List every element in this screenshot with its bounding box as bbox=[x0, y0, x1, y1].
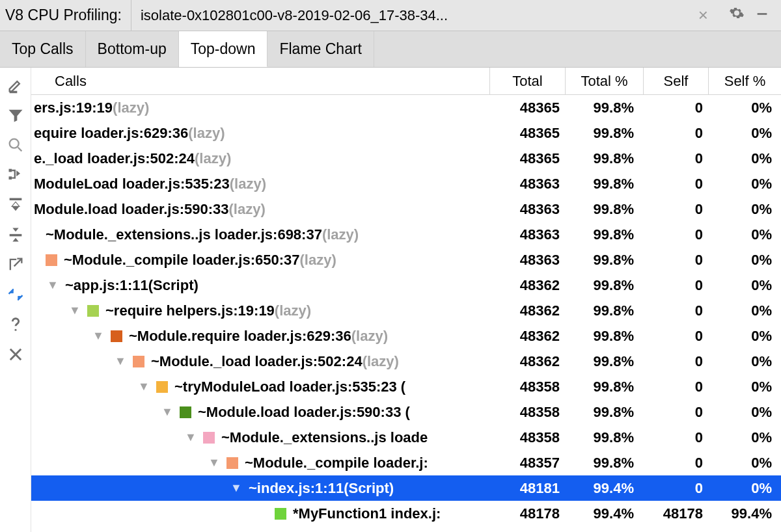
numeric-cell: 99.8% bbox=[565, 201, 643, 218]
numeric-cell: 48363 bbox=[492, 226, 565, 243]
call-label: ers.js:19:19 bbox=[34, 100, 113, 116]
svg-rect-5 bbox=[9, 234, 21, 237]
numeric-cell: 0 bbox=[643, 125, 708, 142]
call-label: ~Module._load loader.js:502:24 bbox=[151, 353, 363, 370]
filter-icon[interactable] bbox=[1, 100, 30, 130]
header-total[interactable]: Total bbox=[489, 68, 565, 94]
color-swatch bbox=[133, 356, 144, 367]
call-label: e._load loader.js:502:24 bbox=[34, 150, 195, 167]
expand-chevron-icon[interactable]: ▼ bbox=[184, 431, 198, 444]
call-cell: ▼~Module._load loader.js:502:24 (lazy) bbox=[31, 353, 492, 370]
table-row[interactable]: e._load loader.js:502:24 (lazy)4836599.8… bbox=[31, 146, 781, 171]
table-row[interactable]: ▼~Module.load loader.js:590:33 (4835899.… bbox=[31, 399, 781, 425]
call-label: ~require helpers.js:19:19 bbox=[105, 302, 275, 319]
numeric-cell: 0 bbox=[643, 480, 708, 497]
edit-icon[interactable] bbox=[1, 70, 30, 100]
expand-chevron-icon[interactable]: ▼ bbox=[46, 278, 60, 292]
call-cell: ▼~index.js:1:11(Script) bbox=[31, 480, 492, 497]
table-row[interactable]: ModuleLoad loader.js:535:23 (lazy)483639… bbox=[31, 171, 781, 196]
numeric-cell: 48363 bbox=[492, 201, 565, 218]
numeric-cell: 0 bbox=[643, 328, 708, 345]
close-tab-icon[interactable]: × bbox=[692, 5, 715, 25]
call-cell: ~Module._compile loader.js:650:37 (lazy) bbox=[31, 252, 492, 269]
numeric-cell: 0 bbox=[643, 100, 708, 116]
expand-chevron-icon[interactable]: ▼ bbox=[91, 329, 105, 343]
expand-chevron-icon[interactable]: ▼ bbox=[68, 304, 82, 317]
table-row[interactable]: ▼~index.js:1:11(Script)4818199.4%00% bbox=[31, 475, 781, 501]
table-row[interactable]: equire loader.js:629:36 (lazy)4836599.8%… bbox=[31, 120, 781, 146]
table-row[interactable]: ▼~Module._compile loader.j:4835799.8%00% bbox=[31, 450, 781, 475]
numeric-cell: 48181 bbox=[492, 480, 565, 497]
svg-rect-3 bbox=[8, 176, 12, 180]
tab-bottom-up[interactable]: Bottom-up bbox=[86, 31, 179, 67]
call-label: ~Module._extensions..js loader.js:698:37 bbox=[46, 226, 322, 243]
numeric-cell: 0% bbox=[708, 480, 781, 497]
numeric-cell: 0% bbox=[708, 302, 781, 319]
numeric-cell: 0 bbox=[643, 201, 708, 218]
table-row[interactable]: Module.load loader.js:590:33 (lazy)48363… bbox=[31, 196, 781, 222]
call-label: *MyFunction1 index.j: bbox=[293, 505, 441, 522]
table-row[interactable]: ~Module._extensions..js loader.js:698:37… bbox=[31, 222, 781, 247]
expand-all-icon[interactable] bbox=[1, 190, 30, 220]
call-label: ~Module._compile loader.j: bbox=[245, 455, 428, 472]
table-row[interactable]: *MyFunction1 index.j:4817899.4%4817899.4… bbox=[31, 501, 781, 526]
table-row[interactable]: ▼~Module._load loader.js:502:24 (lazy)48… bbox=[31, 349, 781, 374]
expand-chevron-icon[interactable]: ▼ bbox=[137, 380, 151, 393]
collapse-blue-icon[interactable] bbox=[1, 280, 30, 310]
table-row[interactable]: ▼~app.js:1:11(Script)4836299.8%00% bbox=[31, 273, 781, 298]
call-annotation: (lazy) bbox=[229, 201, 266, 218]
numeric-cell: 0 bbox=[643, 150, 708, 167]
table-row[interactable]: ▼~Module.require loader.js:629:36 (lazy)… bbox=[31, 323, 781, 349]
table-row[interactable]: ~Module._compile loader.js:650:37 (lazy)… bbox=[31, 247, 781, 273]
tree-focus-icon[interactable] bbox=[1, 160, 30, 190]
numeric-cell: 48362 bbox=[492, 353, 565, 370]
numeric-cell: 0% bbox=[708, 176, 781, 193]
file-tab[interactable]: isolate-0x102801c00-v8-2019-02-06_17-38-… bbox=[131, 0, 724, 31]
expand-chevron-icon[interactable]: ▼ bbox=[113, 354, 128, 368]
svg-point-1 bbox=[9, 139, 18, 148]
expand-chevron-icon[interactable]: ▼ bbox=[229, 481, 243, 495]
content-area: Calls Total Total % Self Self % ers.js:1… bbox=[31, 68, 781, 532]
collapse-all-icon[interactable] bbox=[1, 220, 30, 250]
numeric-cell: 48363 bbox=[492, 252, 565, 269]
numeric-cell: 48358 bbox=[492, 379, 565, 395]
table-row[interactable]: ▼~Module._extensions..js loade4835899.8%… bbox=[31, 425, 781, 450]
numeric-cell: 48362 bbox=[492, 302, 565, 319]
tab-top-calls[interactable]: Top Calls bbox=[0, 31, 86, 67]
settings-gear-icon[interactable] bbox=[724, 5, 750, 25]
expand-chevron-icon[interactable]: ▼ bbox=[160, 405, 174, 419]
export-icon[interactable] bbox=[1, 250, 30, 280]
hide-icon[interactable] bbox=[750, 5, 774, 25]
table-row[interactable]: ers.js:19:19 (lazy)4836599.8%00% bbox=[31, 95, 781, 120]
numeric-cell: 0% bbox=[708, 252, 781, 269]
table-row[interactable]: ▼~tryModuleLoad loader.js:535:23 (483589… bbox=[31, 374, 781, 399]
expand-chevron-icon[interactable]: ▼ bbox=[207, 456, 221, 470]
tab-top-down[interactable]: Top-down bbox=[179, 31, 268, 67]
help-icon[interactable] bbox=[1, 310, 30, 339]
color-swatch bbox=[203, 432, 215, 444]
numeric-cell: 99.8% bbox=[565, 328, 643, 345]
call-label: ~Module._extensions..js loade bbox=[221, 429, 428, 446]
call-cell: ▼~Module._extensions..js loade bbox=[31, 429, 492, 446]
close-icon[interactable] bbox=[1, 339, 30, 369]
header-calls[interactable]: Calls bbox=[31, 68, 489, 94]
search-icon[interactable] bbox=[1, 130, 30, 160]
header-self-pct[interactable]: Self % bbox=[708, 68, 781, 94]
color-swatch bbox=[46, 254, 57, 266]
numeric-cell: 0% bbox=[708, 353, 781, 370]
numeric-cell: 99.8% bbox=[565, 226, 643, 243]
color-swatch bbox=[156, 381, 168, 393]
numeric-cell: 0 bbox=[643, 226, 708, 243]
call-label: ~Module.load loader.js:590:33 ( bbox=[198, 404, 410, 421]
tool-column bbox=[0, 68, 31, 532]
numeric-cell: 99.8% bbox=[565, 100, 643, 116]
header-total-pct[interactable]: Total % bbox=[565, 68, 643, 94]
call-annotation: (lazy) bbox=[188, 125, 225, 142]
numeric-cell: 0% bbox=[708, 226, 781, 243]
header-self[interactable]: Self bbox=[643, 68, 708, 94]
profiler-tabs: Top Calls Bottom-up Top-down Flame Chart bbox=[0, 31, 781, 68]
table-row[interactable]: ▼~require helpers.js:19:19 (lazy)4836299… bbox=[31, 298, 781, 323]
tab-flame-chart[interactable]: Flame Chart bbox=[267, 31, 374, 67]
svg-rect-4 bbox=[9, 198, 21, 201]
numeric-cell: 48358 bbox=[492, 429, 565, 446]
